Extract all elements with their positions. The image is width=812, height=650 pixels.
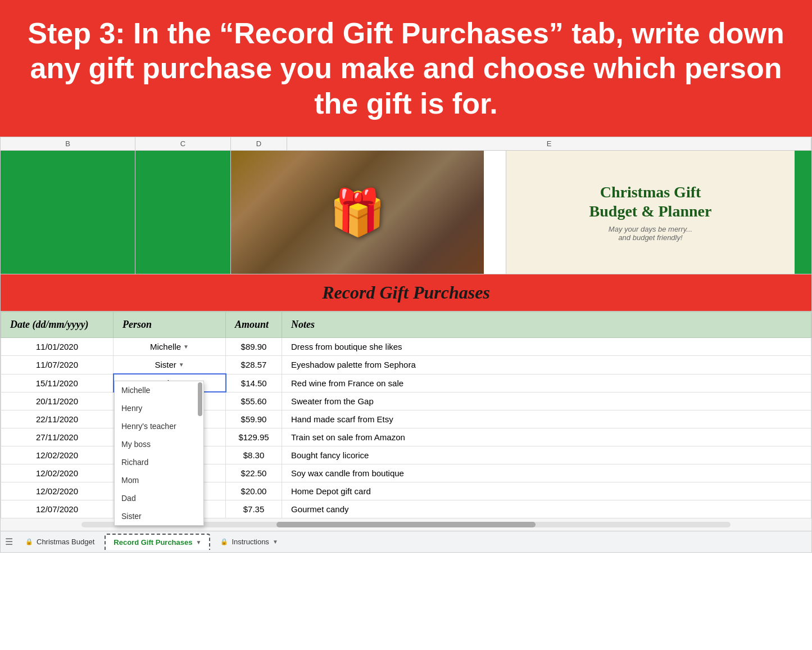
dropdown-item-michelle[interactable]: Michelle (115, 381, 203, 399)
tab-record-label: Record Gift Purchases (114, 538, 192, 547)
cell-amount: $20.00 (226, 482, 282, 500)
column-headers-row: B C D E (1, 137, 811, 151)
cell-date: 20/11/2020 (1, 392, 114, 410)
cell-date: 12/02/2020 (1, 446, 114, 464)
table-header-row: Date (dd/mm/yyyy) Person Amount Notes (1, 312, 811, 338)
cell-date: 12/02/2020 (1, 482, 114, 500)
gift-image-cell (231, 151, 506, 274)
scrollbar-thumb[interactable] (276, 522, 536, 527)
tab-bar: ☰ 🔒 Christmas Budget Record Gift Purchas… (1, 531, 811, 552)
record-gift-header: Record Gift Purchases (1, 274, 811, 312)
record-header-text: Record Gift Purchases (322, 282, 490, 303)
tab-record-arrow: ▼ (196, 539, 201, 545)
dropdown-item-henry[interactable]: Henry (115, 399, 203, 417)
cell-amount: $89.90 (226, 338, 282, 356)
cell-notes: Sweater from the Gap (282, 392, 811, 410)
dropdown-item-my-boss[interactable]: My boss (115, 435, 203, 453)
cell-green-c (135, 151, 231, 274)
cell-notes: Dress from boutique she likes (282, 338, 811, 356)
cell-amount: $59.90 (226, 410, 282, 428)
col-header-d: D (231, 137, 287, 150)
tab-instructions-arrow: ▼ (273, 539, 278, 545)
header-text: Step 3: In the “Record Gift Purchases” t… (28, 17, 784, 120)
cell-amount: $129.95 (226, 428, 282, 446)
tab-instructions[interactable]: 🔒 Instructions ▼ (212, 534, 285, 549)
dropdown-scrollbar[interactable] (198, 382, 202, 416)
logo-subtitle: May your days be merry...and budget frie… (609, 225, 692, 242)
dropdown-item-dad[interactable]: Dad (115, 489, 203, 507)
cell-notes: Bought fancy licorice (282, 446, 811, 464)
table-row: 11/01/2020Michelle ▼$89.90Dress from bou… (1, 338, 811, 356)
cell-amount: $8.30 (226, 446, 282, 464)
cell-person[interactable]: Michelle ▼ (114, 338, 226, 356)
cell-date: 22/11/2020 (1, 410, 114, 428)
header-banner: Step 3: In the “Record Gift Purchases” t… (0, 0, 812, 137)
cell-notes: Gourmet candy (282, 500, 811, 518)
logo-cell: Christmas GiftBudget & Planner May your … (506, 151, 795, 274)
dropdown-item-richard[interactable]: Richard (115, 453, 203, 471)
cell-notes: Red wine from France on sale (282, 374, 811, 392)
cell-green-b (1, 151, 135, 274)
cell-person[interactable]: Sister ▼ (114, 356, 226, 374)
gift-image (231, 151, 484, 274)
lock-icon-instructions: 🔒 (220, 538, 228, 545)
cell-amount: $14.50 (226, 374, 282, 392)
lock-icon-christmas: 🔒 (25, 538, 33, 545)
cell-date: 15/11/2020 (1, 374, 114, 392)
cell-date: 12/07/2020 (1, 500, 114, 518)
person-dropdown[interactable]: Michelle Henry Henry's teacher My boss R… (114, 381, 204, 526)
col-header-b: B (1, 137, 135, 150)
tab-christmas-budget[interactable]: 🔒 Christmas Budget (17, 534, 102, 549)
cell-amount: $28.57 (226, 356, 282, 374)
cell-green-right (795, 151, 811, 274)
cell-notes: Hand made scarf from Etsy (282, 410, 811, 428)
cell-date: 11/07/2020 (1, 356, 114, 374)
cell-notes: Train set on sale from Amazon (282, 428, 811, 446)
tab-christmas-label: Christmas Budget (37, 538, 94, 546)
dropdown-item-henrys-teacher[interactable]: Henry's teacher (115, 417, 203, 435)
col-header-notes: Notes (282, 312, 811, 338)
tab-instructions-label: Instructions (232, 538, 269, 546)
cell-amount: $55.60 (226, 392, 282, 410)
col-header-c: C (135, 137, 231, 150)
cell-date: 12/02/2020 (1, 464, 114, 482)
cell-notes: Soy wax candle from boutique (282, 464, 811, 482)
cell-notes: Home Depot gift card (282, 482, 811, 500)
table-container: Date (dd/mm/yyyy) Person Amount Notes 11… (1, 312, 811, 518)
cell-notes: Eyeshadow palette from Sephora (282, 356, 811, 374)
cell-date: 27/11/2020 (1, 428, 114, 446)
logo-title: Christmas GiftBudget & Planner (589, 183, 712, 220)
col-header-date: Date (dd/mm/yyyy) (1, 312, 114, 338)
col-header-e: E (287, 137, 811, 150)
cell-amount: $7.35 (226, 500, 282, 518)
col-header-amount: Amount (226, 312, 282, 338)
cell-amount: $22.50 (226, 464, 282, 482)
cell-date: 11/01/2020 (1, 338, 114, 356)
header-image-row: Christmas GiftBudget & Planner May your … (1, 151, 811, 274)
col-header-person: Person (114, 312, 226, 338)
spreadsheet-area: B C D E Christmas GiftBudget & Planner M… (0, 137, 812, 553)
dropdown-item-mom[interactable]: Mom (115, 471, 203, 489)
tab-record-gift[interactable]: Record Gift Purchases ▼ (105, 534, 210, 550)
table-row: 11/07/2020Sister ▼$28.57Eyeshadow palett… (1, 356, 811, 374)
menu-icon[interactable]: ☰ (5, 536, 13, 547)
dropdown-item-sister[interactable]: Sister (115, 507, 203, 525)
